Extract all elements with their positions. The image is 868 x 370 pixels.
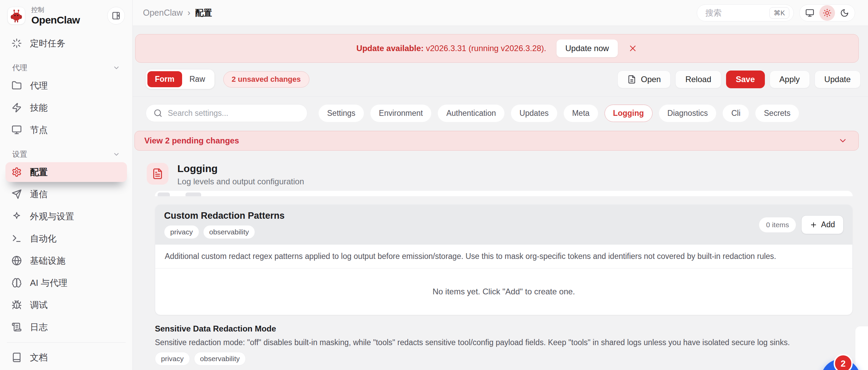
sidebar-item-label: 自动化	[30, 233, 57, 245]
tab-updates[interactable]: Updates	[511, 105, 557, 122]
settings-search-input[interactable]	[168, 109, 300, 118]
chevron-down-icon[interactable]	[838, 136, 848, 145]
theme-system-button[interactable]	[803, 6, 817, 20]
sidebar-nav: 定时任务 代理 代理 技能	[5, 33, 127, 367]
sidebar-divider	[7, 342, 126, 343]
theme-dark-button[interactable]	[838, 6, 851, 20]
sidebar-item-docs[interactable]: 文档	[5, 348, 127, 367]
update-now-button[interactable]: Update now	[557, 40, 618, 57]
section-label: 代理	[12, 63, 27, 73]
search-icon	[154, 109, 162, 118]
tab-diagnostics[interactable]: Diagnostics	[659, 105, 717, 122]
sidebar-item-nodes[interactable]: 节点	[5, 120, 127, 140]
sidebar-item-communication[interactable]: 通信	[5, 184, 127, 204]
tab-cli[interactable]: Cli	[723, 105, 749, 122]
brain-icon	[12, 278, 22, 288]
mode-switcher: Form Raw	[146, 70, 214, 89]
sidebar-item-agents[interactable]: 代理	[5, 76, 127, 95]
sidebar-section-settings[interactable]: 设置	[5, 147, 127, 162]
sun-icon	[823, 9, 832, 17]
sidebar-item-skills[interactable]: 技能	[5, 98, 127, 118]
open-button[interactable]: Open	[617, 71, 671, 88]
sidebar-item-label: 代理	[30, 80, 48, 92]
sidebar-item-automation[interactable]: 自动化	[5, 229, 127, 248]
file-text-icon	[147, 163, 168, 185]
content-scroll: Update available: v2026.3.31 (running v2…	[133, 26, 868, 370]
sparkles-icon	[12, 211, 22, 221]
book-icon	[12, 352, 22, 363]
update-button[interactable]: Update	[815, 71, 861, 88]
pending-changes-banner[interactable]: View 2 pending changes	[134, 131, 859, 151]
pending-changes-label: View 2 pending changes	[144, 136, 239, 145]
scrolled-card-edge	[155, 191, 853, 196]
tab-environment[interactable]: Environment	[370, 105, 431, 122]
gear-icon	[12, 167, 22, 177]
tag-privacy: privacy	[155, 352, 190, 366]
save-button[interactable]: Save	[726, 71, 765, 88]
sidebar-item-infrastructure[interactable]: 基础设施	[5, 251, 127, 271]
theme-switcher	[799, 4, 855, 21]
mode-raw-button[interactable]: Raw	[182, 71, 213, 87]
loader-icon	[12, 38, 22, 48]
tag-privacy: privacy	[164, 225, 199, 239]
tab-logging[interactable]: Logging	[605, 105, 653, 122]
sidebar-item-ai-agents[interactable]: AI 与代理	[5, 273, 127, 293]
unsaved-changes-badge: 2 unsaved changes	[223, 71, 309, 88]
brand-kicker: 控制	[31, 5, 80, 14]
topbar: OpenClaw › 配置 ⌘K	[133, 0, 868, 26]
global-search-input[interactable]	[705, 8, 769, 18]
plus-icon	[810, 221, 817, 229]
empty-state-text: No items yet. Click "Add" to create one.	[155, 268, 852, 315]
field-description: Sensitive redaction mode: "off" disables…	[155, 338, 853, 347]
openclaw-logo-icon	[7, 7, 25, 25]
shortcut-badge: ⌘K	[769, 7, 789, 19]
sidebar-item-logs[interactable]: 日志	[5, 317, 127, 337]
sidebar-item-config[interactable]: 配置	[5, 162, 127, 182]
brand-name: OpenClaw	[31, 14, 80, 26]
chevron-down-icon	[113, 151, 120, 158]
tab-settings[interactable]: Settings	[319, 105, 364, 122]
sidebar: 控制 OpenClaw 定时任务 代理	[0, 0, 133, 370]
logging-section-header: Logging Log levels and output configurat…	[147, 163, 868, 186]
sidebar-item-label: 技能	[30, 102, 48, 114]
breadcrumb: OpenClaw › 配置	[143, 7, 212, 18]
update-banner: Update available: v2026.3.31 (running v2…	[135, 34, 859, 63]
file-icon	[627, 75, 636, 84]
settings-search	[146, 104, 307, 122]
close-icon[interactable]	[628, 44, 638, 53]
brand: 控制 OpenClaw	[5, 5, 127, 29]
tab-authentication[interactable]: Authentication	[438, 105, 504, 122]
sidebar-item-scheduled-tasks[interactable]: 定时任务	[5, 33, 127, 53]
scroll-icon	[12, 322, 22, 332]
sidebar-item-label: 外观与设置	[30, 211, 74, 222]
sidebar-item-debug[interactable]: 调试	[5, 295, 127, 315]
settings-filter-row: Settings Environment Authentication Upda…	[146, 104, 861, 122]
apply-button[interactable]: Apply	[770, 71, 810, 88]
reload-button[interactable]: Reload	[675, 71, 721, 88]
breadcrumb-root[interactable]: OpenClaw	[143, 8, 183, 18]
custom-redaction-patterns-card: Custom Redaction Patterns privacy observ…	[155, 204, 853, 315]
update-banner-bold: Update available:	[356, 44, 423, 53]
main-area: OpenClaw › 配置 ⌘K	[133, 0, 868, 370]
items-count-badge: 0 items	[759, 217, 796, 232]
tab-meta[interactable]: Meta	[564, 105, 598, 122]
bug-icon	[12, 300, 22, 310]
add-button[interactable]: Add	[801, 215, 843, 234]
card-description: Additional custom redact regex patterns …	[155, 245, 852, 268]
section-subtitle: Log levels and output configuration	[177, 177, 304, 186]
section-title: Logging	[177, 163, 304, 174]
theme-light-button[interactable]	[819, 5, 835, 21]
mode-form-button[interactable]: Form	[147, 71, 182, 87]
toolbar: Form Raw 2 unsaved changes Open Reload S…	[133, 70, 868, 97]
card-tags: privacy observability	[164, 225, 285, 239]
sidebar-section-agents[interactable]: 代理	[5, 60, 127, 76]
tag-observability: observability	[203, 225, 255, 239]
app-root: 控制 OpenClaw 定时任务 代理	[0, 0, 868, 370]
tag-observability: observability	[194, 352, 246, 366]
update-banner-text: Update available: v2026.3.31 (running v2…	[356, 44, 546, 53]
tab-secrets[interactable]: Secrets	[755, 105, 799, 122]
sidebar-collapse-button[interactable]	[107, 7, 125, 25]
sidebar-item-appearance[interactable]: 外观与设置	[5, 206, 127, 226]
section-label: 设置	[12, 149, 27, 159]
notification-badge: 2	[834, 354, 853, 370]
